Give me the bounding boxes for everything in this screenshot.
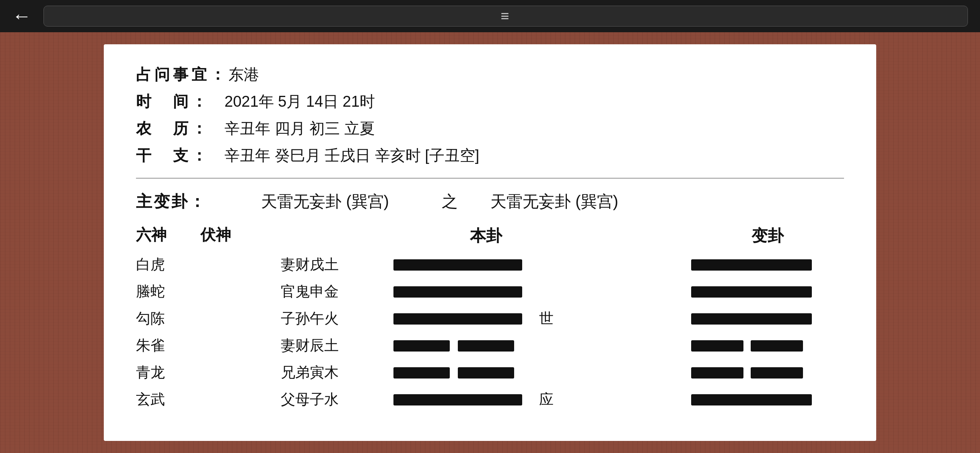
ganzhi-row: 干 支： 辛丑年 癸巳月 壬戌日 辛亥时 [子丑空] (136, 145, 844, 166)
lunar-label: 农 历： (136, 118, 224, 139)
subject-row: 占问事宜： 东港 (136, 64, 844, 85)
line-main-2 (393, 286, 530, 298)
columns-header: 六神 伏神 本卦 变卦 (136, 225, 844, 247)
col-fushen-header: 伏神 (200, 225, 281, 247)
line-main-6 (393, 394, 530, 405)
ganzhi-label: 干 支： (136, 145, 224, 166)
yao-name-5: 兄弟寅木 (281, 363, 393, 383)
line-solid-1 (393, 259, 522, 271)
line-main-4 (393, 340, 530, 352)
marker-3: 世 (530, 309, 562, 329)
line-bian-3 (691, 313, 844, 325)
info-section: 占问事宜： 东港 时 间： 2021年 5月 14日 21时 农 历： 辛丑年 … (136, 64, 844, 178)
biangua-name: 天雷无妄卦 (巽宫) (474, 190, 635, 213)
col-liushen-header: 六神 (136, 225, 200, 247)
line-solid-6 (393, 394, 522, 405)
bian-solid-3 (691, 313, 812, 325)
hex-row-4: 朱雀 妻财辰土 (136, 336, 844, 356)
yao-name-2: 官鬼申金 (281, 282, 393, 302)
top-bar: ← ≡ (0, 0, 980, 32)
main-content: 占问事宜： 东港 时 间： 2021年 5月 14日 21时 农 历： 辛丑年 … (0, 32, 980, 453)
liushen-4: 朱雀 (136, 336, 200, 356)
bian-broken-4 (691, 340, 803, 352)
line-main-5 (393, 367, 530, 379)
hex-row-2: 螣蛇 官鬼申金 (136, 282, 844, 302)
marker-6: 应 (530, 390, 562, 410)
line-solid-3 (393, 313, 522, 325)
line-bian-5 (691, 367, 844, 379)
hex-row-6: 玄武 父母子水 应 (136, 390, 844, 410)
line-broken-4 (393, 340, 514, 352)
line-bian-2 (691, 286, 844, 298)
liushen-6: 玄武 (136, 390, 200, 410)
line-solid-2 (393, 286, 522, 298)
liushen-5: 青龙 (136, 363, 200, 383)
hex-row-1: 白虎 妻财戌土 (136, 255, 844, 275)
liushen-3: 勾陈 (136, 309, 200, 329)
subject-value: 东港 (229, 64, 259, 85)
bian-solid-2 (691, 286, 812, 298)
hex-row-3: 勾陈 子孙午火 世 (136, 309, 844, 329)
card: 占问事宜： 东港 时 间： 2021年 5月 14日 21时 农 历： 辛丑年 … (104, 44, 876, 441)
bian-solid-6 (691, 394, 812, 405)
back-button[interactable]: ← (12, 6, 31, 26)
line-bian-4 (691, 340, 844, 352)
hamburger-icon: ≡ (500, 8, 511, 25)
yao-name-4: 妻财辰土 (281, 336, 393, 356)
zhi-char: 之 (426, 190, 474, 213)
liushen-2: 螣蛇 (136, 282, 200, 302)
time-row: 时 间： 2021年 5月 14日 21时 (136, 91, 844, 112)
lunar-value: 辛丑年 四月 初三 立夏 (224, 118, 375, 139)
lunar-row: 农 历： 辛丑年 四月 初三 立夏 (136, 118, 844, 139)
hex-row-5: 青龙 兄弟寅木 (136, 363, 844, 383)
yao-name-1: 妻财戌土 (281, 255, 393, 275)
line-main-1 (393, 259, 530, 271)
line-bian-1 (691, 259, 844, 271)
ganzhi-value: 辛丑年 癸巳月 壬戌日 辛亥时 [子丑空] (224, 145, 479, 166)
line-broken-5 (393, 367, 514, 379)
main-title-row: 主变卦： 天雷无妄卦 (巽宫) 之 天雷无妄卦 (巽宫) (136, 190, 844, 213)
col-biangua-header: 变卦 (691, 225, 844, 247)
bian-solid-1 (691, 259, 812, 271)
bengua-name: 天雷无妄卦 (巽宫) (224, 190, 426, 213)
time-label: 时 间： (136, 91, 224, 112)
liushen-1: 白虎 (136, 255, 200, 275)
time-value: 2021年 5月 14日 21时 (224, 91, 375, 112)
hexagram-section: 主变卦： 天雷无妄卦 (巽宫) 之 天雷无妄卦 (巽宫) 六神 伏神 本卦 变卦… (136, 190, 844, 410)
bian-broken-5 (691, 367, 803, 379)
line-main-3 (393, 313, 530, 325)
subject-label: 占问事宜： (136, 64, 229, 85)
main-title-label: 主变卦： (136, 190, 224, 213)
col-bengua-header: 本卦 (281, 225, 691, 247)
yao-name-3: 子孙午火 (281, 309, 393, 329)
yao-name-6: 父母子水 (281, 390, 393, 410)
line-bian-6 (691, 394, 844, 405)
top-menu-bar[interactable]: ≡ (43, 6, 968, 27)
